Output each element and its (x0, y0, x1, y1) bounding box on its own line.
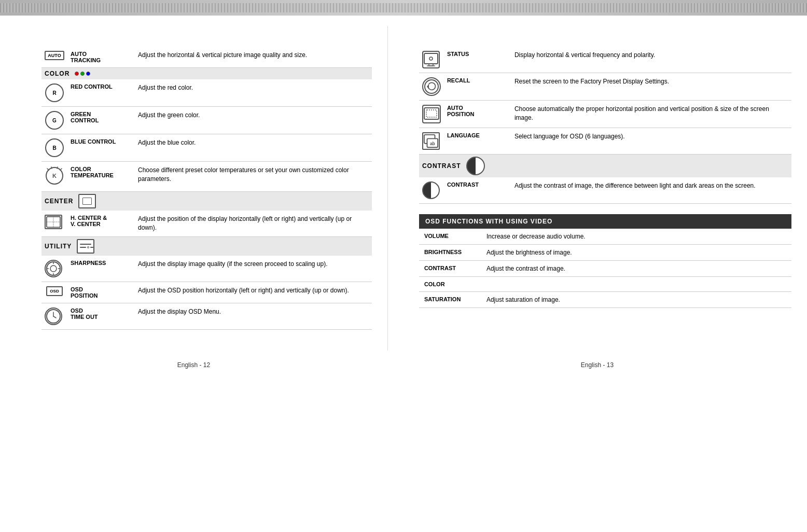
osd-contrast-label: CONTRAST (419, 261, 481, 277)
osd-brightness-label: BRIGHTNESS (419, 245, 481, 261)
red-dot (75, 72, 79, 76)
color-temperature-icon: K (45, 166, 64, 186)
contrast-half-circle-icon (466, 157, 485, 175)
center-icon (78, 194, 96, 208)
main-content: AUTO AUTOTRACKING Adjust the horizontal … (0, 16, 807, 361)
svg-text:ab: ab (430, 141, 435, 146)
language-icon: ab (422, 132, 440, 150)
color-temp-label: COLORTEMPERATURE (67, 162, 135, 192)
table-row: SATURATION Adjust saturation of image. (419, 292, 791, 308)
osd-saturation-desc: Adjust saturation of image. (481, 292, 791, 308)
contrast-header-label: CONTRAST (422, 162, 461, 170)
contrast-header: CONTRAST (419, 155, 791, 177)
contrast-section-header-row: CONTRAST (419, 155, 791, 178)
util-line-2-group (80, 246, 93, 248)
blue-control-label: BLUE CONTROL (67, 134, 135, 162)
color-header-label: COLOR (45, 70, 69, 77)
right-panel: STATUS Display horizontal & vertical fre… (387, 26, 807, 351)
osd-functions-header: OSD FUNCTIONS WITH USING VIDEO (419, 214, 791, 229)
blue-control-icon: B (45, 138, 64, 157)
table-row: H. CENTER &V. CENTER Adjust the position… (41, 211, 372, 236)
osd-functions-table: VOLUME Increase or decrease audio volume… (419, 229, 791, 308)
status-desc: Display horizontal & vertical frequency … (511, 47, 791, 73)
green-control-icon: G (45, 111, 64, 130)
sharpness-icon (45, 260, 62, 277)
auto-position-desc: Choose automatically the proper horizont… (511, 101, 791, 128)
auto-tracking-desc: Adjust the horizontal & vertical picture… (135, 47, 372, 68)
osd-functions-section: OSD FUNCTIONS WITH USING VIDEO VOLUME In… (419, 214, 791, 308)
util-knob (87, 246, 89, 248)
table-row: RECALL Reset the screen to the Factory P… (419, 73, 791, 101)
utility-header: UTILITY (41, 237, 372, 256)
osd-position-desc: Adjust the OSD position horizontally (le… (135, 282, 372, 303)
language-icon-cell: ab (419, 128, 444, 155)
svg-marker-19 (427, 84, 429, 89)
hvcenter-desc: Adjust the position of the display horiz… (135, 211, 372, 236)
osd-timeout-desc: Adjust the display OSD Menu. (135, 303, 372, 329)
recall-desc: Reset the screen to the Factory Preset D… (511, 73, 791, 101)
contrast-header-cell: CONTRAST (419, 155, 791, 178)
utility-header-label: UTILITY (45, 243, 72, 250)
left-panel: AUTO AUTOTRACKING Adjust the horizontal … (0, 26, 387, 351)
green-control-icon-cell: G (41, 107, 67, 134)
table-row: OSDTIME OUT Adjust the display OSD Menu. (41, 303, 372, 329)
footer-left: English - 12 (0, 361, 387, 369)
table-row: CONTRAST Adjust the contrast of image. (419, 261, 791, 277)
red-control-icon-cell: R (41, 79, 67, 107)
osd-position-label: OSDPOSITION (67, 282, 135, 303)
auto-icon: AUTO (45, 51, 64, 60)
top-bar (0, 0, 807, 16)
auto-position-icon (422, 105, 441, 123)
color-section-header-row: COLOR (41, 68, 372, 80)
osd-color-desc (481, 277, 791, 292)
osd-saturation-label: SATURATION (419, 292, 481, 308)
footer-left-text: English - 12 (177, 351, 210, 374)
recall-svg (424, 79, 439, 94)
status-icon (422, 51, 440, 68)
hvcenter-svg (46, 215, 61, 229)
auto-position-svg (423, 107, 440, 121)
red-control-icon: R (45, 83, 64, 102)
auto-tracking-label: AUTOTRACKING (67, 47, 135, 68)
sharpness-desc: Adjust the display image quality (if the… (135, 256, 372, 282)
utility-header-cell: UTILITY (41, 236, 372, 256)
red-control-label: RED CONTROL (67, 79, 135, 107)
center-header: CENTER (41, 192, 372, 211)
svg-point-17 (429, 57, 433, 60)
osd-brightness-desc: Adjust the brightness of image. (481, 245, 791, 261)
language-label: LANGUAGE (444, 128, 511, 155)
footer-right: English - 13 (387, 361, 807, 369)
color-header-cell: COLOR (41, 68, 372, 80)
osd-timeout-label: OSDTIME OUT (67, 303, 135, 329)
blue-dot (86, 72, 90, 76)
auto-position-icon-cell (419, 101, 444, 128)
utility-icon (77, 239, 94, 254)
page-footer: English - 12 English - 13 (0, 361, 807, 369)
contrast-desc: Adjust the contrast of image, the differ… (511, 177, 791, 204)
center-header-label: CENTER (45, 198, 73, 205)
svg-point-6 (50, 265, 57, 272)
table-row: BRIGHTNESS Adjust the brightness of imag… (419, 245, 791, 261)
center-header-cell: CENTER (41, 192, 372, 211)
status-icon-cell (419, 47, 444, 73)
svg-text:K: K (52, 173, 57, 179)
osd-contrast-desc: Adjust the contrast of image. (481, 261, 791, 277)
table-row: K COLORTEMPERATURE Choose different pres… (41, 162, 372, 192)
table-row: G GREENCONTROL Adjust the green color. (41, 107, 372, 134)
table-row: AUTOPOSITION Choose automatically the pr… (419, 101, 791, 128)
hvcenter-icon-cell (41, 211, 67, 236)
table-row: AUTO AUTOTRACKING Adjust the horizontal … (41, 47, 372, 68)
green-control-label: GREENCONTROL (67, 107, 135, 134)
table-row: ab LANGUAGE Select language for OSD (6 l… (419, 128, 791, 155)
table-row: VOLUME Increase or decrease audio volume… (419, 229, 791, 245)
sharpness-label: SHARPNESS (67, 256, 135, 282)
language-svg: ab (423, 133, 439, 149)
footer-right-text: English - 13 (581, 351, 614, 374)
recall-icon-cell (419, 73, 444, 101)
contrast-label: CONTRAST (444, 177, 511, 204)
osd-volume-label: VOLUME (419, 229, 481, 245)
contrast-icon (422, 181, 440, 199)
contrast-icon-cell (419, 177, 444, 204)
osd-color-label: COLOR (419, 277, 481, 292)
table-row: CONTRAST Adjust the contrast of image, t… (419, 177, 791, 204)
